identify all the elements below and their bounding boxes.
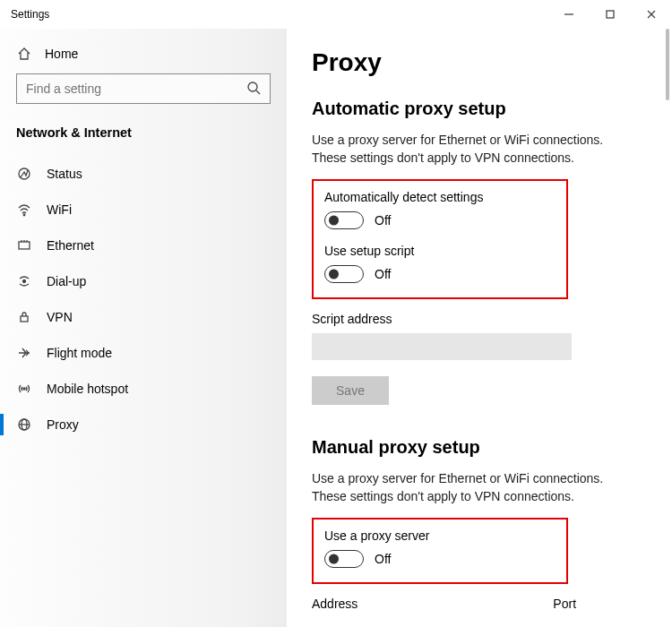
dialup-icon [16,274,32,288]
sidebar-item-label: Flight mode [47,346,112,360]
highlight-manual-toggle: Use a proxy server Off [312,518,568,584]
home-link[interactable]: Home [0,41,287,73]
window-title: Settings [11,8,548,21]
sidebar-item-flightmode[interactable]: Flight mode [0,335,287,371]
page-title: Proxy [312,48,652,77]
script-address-input[interactable] [312,333,572,360]
vpn-icon [16,310,32,324]
highlight-auto-toggles: Automatically detect settings Off Use se… [312,179,568,299]
use-setup-script-state: Off [375,267,391,281]
category-header: Network & Internet [0,122,287,156]
main-content: Proxy Automatic proxy setup Use a proxy … [287,29,672,627]
sidebar-item-mobilehotspot[interactable]: Mobile hotspot [0,371,287,407]
use-setup-script-toggle[interactable] [324,265,364,283]
home-label: Home [45,47,78,61]
close-button[interactable] [631,0,672,29]
detect-settings-label: Automatically detect settings [324,190,556,204]
sidebar-item-vpn[interactable]: VPN [0,299,287,335]
window-controls [548,0,672,29]
sidebar-item-label: Ethernet [47,238,94,253]
svg-rect-8 [19,242,30,249]
sidebar-item-status[interactable]: Status [0,156,287,192]
svg-rect-13 [21,316,28,322]
use-setup-script-label: Use setup script [324,244,556,258]
svg-point-4 [248,82,257,91]
sidebar-item-wifi[interactable]: WiFi [0,192,287,228]
hotspot-icon [16,382,32,396]
sidebar-item-label: Status [47,167,82,181]
search-input[interactable] [26,82,246,96]
status-icon [16,167,32,181]
ethernet-icon [16,238,32,253]
port-label: Port [553,597,576,611]
manual-proxy-desc: Use a proxy server for Ethernet or WiFi … [312,470,634,505]
home-icon [16,47,32,61]
manual-proxy-heading: Manual proxy setup [312,437,652,458]
address-port-row: Address Port [312,597,652,613]
use-proxy-state: Off [375,552,391,566]
sidebar: Home Network & Internet Status WiFi [0,29,287,627]
svg-point-14 [23,388,25,390]
sidebar-item-label: Dial-up [47,274,86,288]
detect-settings-state: Off [375,213,391,228]
svg-point-7 [23,214,25,216]
sidebar-item-proxy[interactable]: Proxy [0,407,287,442]
sidebar-item-label: Mobile hotspot [47,382,128,396]
minimize-button[interactable] [548,0,590,29]
maximize-button[interactable] [590,0,631,29]
use-proxy-label: Use a proxy server [324,528,556,543]
titlebar: Settings [0,0,672,29]
sidebar-item-ethernet[interactable]: Ethernet [0,228,287,263]
svg-rect-1 [607,11,614,18]
svg-line-5 [256,90,260,94]
save-button[interactable]: Save [312,376,389,405]
auto-proxy-desc: Use a proxy server for Ethernet or WiFi … [312,132,634,167]
vertical-scrollbar[interactable] [666,29,669,100]
auto-proxy-heading: Automatic proxy setup [312,99,652,119]
detect-settings-toggle[interactable] [324,211,364,229]
sidebar-item-label: Proxy [47,417,79,432]
sidebar-item-label: WiFi [47,202,72,217]
airplane-icon [16,346,32,360]
use-proxy-toggle[interactable] [324,550,364,568]
svg-point-6 [19,168,30,179]
sidebar-item-label: VPN [47,310,73,324]
sidebar-item-dialup[interactable]: Dial-up [0,263,287,299]
script-address-label: Script address [312,312,652,326]
address-label: Address [312,597,358,611]
wifi-icon [16,202,32,217]
globe-icon [16,417,32,432]
search-box[interactable] [16,73,271,104]
svg-point-12 [23,280,26,283]
search-icon [246,81,261,98]
